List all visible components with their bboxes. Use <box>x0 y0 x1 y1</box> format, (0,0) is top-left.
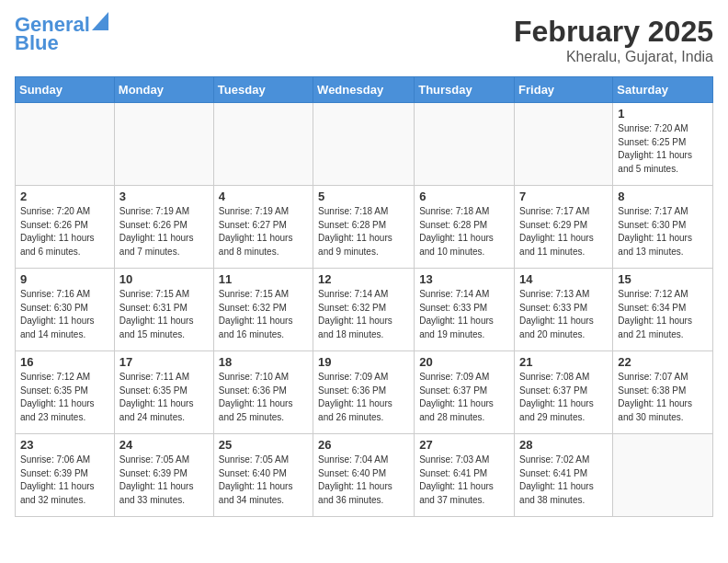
day-number: 23 <box>20 438 109 452</box>
day-info: Sunrise: 7:07 AM Sunset: 6:38 PM Dayligh… <box>618 371 708 424</box>
day-number: 10 <box>119 272 209 286</box>
day-number: 6 <box>419 190 509 203</box>
calendar-cell: 13Sunrise: 7:14 AM Sunset: 6:33 PM Dayli… <box>415 269 515 351</box>
day-number: 12 <box>318 272 409 286</box>
day-info: Sunrise: 7:09 AM Sunset: 6:36 PM Dayligh… <box>318 371 409 424</box>
day-info: Sunrise: 7:20 AM Sunset: 6:25 PM Dayligh… <box>618 122 708 176</box>
day-number: 13 <box>419 272 509 286</box>
calendar-cell: 16Sunrise: 7:12 AM Sunset: 6:35 PM Dayli… <box>16 351 115 434</box>
calendar-cell: 2Sunrise: 7:20 AM Sunset: 6:26 PM Daylig… <box>16 186 115 269</box>
calendar-cell <box>114 103 213 186</box>
day-info: Sunrise: 7:02 AM Sunset: 6:41 PM Dayligh… <box>519 454 608 507</box>
day-number: 7 <box>519 190 608 203</box>
calendar-week-row: 9Sunrise: 7:16 AM Sunset: 6:30 PM Daylig… <box>16 269 713 351</box>
calendar-cell: 26Sunrise: 7:04 AM Sunset: 6:40 PM Dayli… <box>313 434 415 517</box>
calendar-cell: 21Sunrise: 7:08 AM Sunset: 6:37 PM Dayli… <box>515 351 613 434</box>
calendar-cell: 18Sunrise: 7:10 AM Sunset: 6:36 PM Dayli… <box>213 351 313 434</box>
day-number: 27 <box>419 438 509 452</box>
calendar-cell: 12Sunrise: 7:14 AM Sunset: 6:32 PM Dayli… <box>313 269 415 351</box>
calendar-cell: 14Sunrise: 7:13 AM Sunset: 6:33 PM Dayli… <box>515 269 613 351</box>
day-info: Sunrise: 7:05 AM Sunset: 6:39 PM Dayligh… <box>119 454 209 507</box>
calendar-cell: 24Sunrise: 7:05 AM Sunset: 6:39 PM Dayli… <box>114 434 213 517</box>
calendar-week-row: 23Sunrise: 7:06 AM Sunset: 6:39 PM Dayli… <box>16 434 713 517</box>
calendar-week-row: 1Sunrise: 7:20 AM Sunset: 6:25 PM Daylig… <box>16 103 713 186</box>
day-number: 2 <box>20 190 109 203</box>
day-header-saturday: Saturday <box>613 77 713 103</box>
day-info: Sunrise: 7:12 AM Sunset: 6:34 PM Dayligh… <box>618 288 708 341</box>
day-info: Sunrise: 7:18 AM Sunset: 6:28 PM Dayligh… <box>318 205 409 259</box>
day-number: 25 <box>219 438 308 452</box>
day-header-monday: Monday <box>114 77 213 103</box>
calendar-cell: 9Sunrise: 7:16 AM Sunset: 6:30 PM Daylig… <box>16 269 115 351</box>
calendar-cell <box>313 103 415 186</box>
calendar-cell: 10Sunrise: 7:15 AM Sunset: 6:31 PM Dayli… <box>114 269 213 351</box>
calendar-cell: 28Sunrise: 7:02 AM Sunset: 6:41 PM Dayli… <box>515 434 613 517</box>
calendar-week-row: 2Sunrise: 7:20 AM Sunset: 6:26 PM Daylig… <box>16 186 713 269</box>
day-info: Sunrise: 7:19 AM Sunset: 6:27 PM Dayligh… <box>219 205 308 259</box>
day-info: Sunrise: 7:20 AM Sunset: 6:26 PM Dayligh… <box>20 205 109 259</box>
day-number: 1 <box>618 107 708 121</box>
day-header-tuesday: Tuesday <box>213 77 313 103</box>
logo: General Blue <box>15 15 108 55</box>
month-year-title: February 2025 <box>514 15 713 49</box>
calendar-cell: 6Sunrise: 7:18 AM Sunset: 6:28 PM Daylig… <box>415 186 515 269</box>
calendar-cell: 1Sunrise: 7:20 AM Sunset: 6:25 PM Daylig… <box>613 103 713 186</box>
calendar-cell: 7Sunrise: 7:17 AM Sunset: 6:29 PM Daylig… <box>515 186 613 269</box>
page-header: General Blue February 2025 Kheralu, Guja… <box>15 15 713 65</box>
day-number: 17 <box>119 355 209 369</box>
day-number: 18 <box>219 355 308 369</box>
calendar-cell: 17Sunrise: 7:11 AM Sunset: 6:35 PM Dayli… <box>114 351 213 434</box>
logo-arrow-icon <box>92 12 108 30</box>
day-info: Sunrise: 7:05 AM Sunset: 6:40 PM Dayligh… <box>219 454 308 507</box>
calendar-cell: 5Sunrise: 7:18 AM Sunset: 6:28 PM Daylig… <box>313 186 415 269</box>
calendar-cell: 8Sunrise: 7:17 AM Sunset: 6:30 PM Daylig… <box>613 186 713 269</box>
day-number: 24 <box>119 438 209 452</box>
day-number: 26 <box>318 438 409 452</box>
day-info: Sunrise: 7:04 AM Sunset: 6:40 PM Dayligh… <box>318 454 409 507</box>
calendar-week-row: 16Sunrise: 7:12 AM Sunset: 6:35 PM Dayli… <box>16 351 713 434</box>
calendar-cell: 15Sunrise: 7:12 AM Sunset: 6:34 PM Dayli… <box>613 269 713 351</box>
calendar-cell: 25Sunrise: 7:05 AM Sunset: 6:40 PM Dayli… <box>213 434 313 517</box>
day-number: 16 <box>20 355 109 369</box>
day-header-wednesday: Wednesday <box>313 77 415 103</box>
day-header-thursday: Thursday <box>415 77 515 103</box>
calendar-cell: 27Sunrise: 7:03 AM Sunset: 6:41 PM Dayli… <box>415 434 515 517</box>
day-info: Sunrise: 7:14 AM Sunset: 6:33 PM Dayligh… <box>419 288 509 341</box>
day-info: Sunrise: 7:17 AM Sunset: 6:30 PM Dayligh… <box>618 205 708 259</box>
day-header-sunday: Sunday <box>16 77 115 103</box>
day-number: 14 <box>519 272 608 286</box>
day-number: 22 <box>618 355 708 369</box>
day-info: Sunrise: 7:11 AM Sunset: 6:35 PM Dayligh… <box>119 371 209 424</box>
calendar-cell <box>613 434 713 517</box>
day-number: 20 <box>419 355 509 369</box>
calendar-cell: 23Sunrise: 7:06 AM Sunset: 6:39 PM Dayli… <box>16 434 115 517</box>
day-info: Sunrise: 7:10 AM Sunset: 6:36 PM Dayligh… <box>219 371 308 424</box>
calendar-cell: 22Sunrise: 7:07 AM Sunset: 6:38 PM Dayli… <box>613 351 713 434</box>
calendar-cell: 4Sunrise: 7:19 AM Sunset: 6:27 PM Daylig… <box>213 186 313 269</box>
calendar-header-row: SundayMondayTuesdayWednesdayThursdayFrid… <box>16 77 713 103</box>
calendar-cell: 19Sunrise: 7:09 AM Sunset: 6:36 PM Dayli… <box>313 351 415 434</box>
title-block: February 2025 Kheralu, Gujarat, India <box>514 15 713 65</box>
day-info: Sunrise: 7:08 AM Sunset: 6:37 PM Dayligh… <box>519 371 608 424</box>
svg-marker-0 <box>92 12 108 30</box>
calendar-cell: 20Sunrise: 7:09 AM Sunset: 6:37 PM Dayli… <box>415 351 515 434</box>
day-number: 15 <box>618 272 708 286</box>
calendar-cell <box>515 103 613 186</box>
day-info: Sunrise: 7:17 AM Sunset: 6:29 PM Dayligh… <box>519 205 608 259</box>
day-info: Sunrise: 7:16 AM Sunset: 6:30 PM Dayligh… <box>20 288 109 341</box>
day-info: Sunrise: 7:15 AM Sunset: 6:31 PM Dayligh… <box>119 288 209 341</box>
day-number: 8 <box>618 190 708 203</box>
calendar-cell <box>213 103 313 186</box>
day-number: 9 <box>20 272 109 286</box>
day-info: Sunrise: 7:13 AM Sunset: 6:33 PM Dayligh… <box>519 288 608 341</box>
day-number: 3 <box>119 190 209 203</box>
day-info: Sunrise: 7:14 AM Sunset: 6:32 PM Dayligh… <box>318 288 409 341</box>
day-info: Sunrise: 7:19 AM Sunset: 6:26 PM Dayligh… <box>119 205 209 259</box>
day-info: Sunrise: 7:09 AM Sunset: 6:37 PM Dayligh… <box>419 371 509 424</box>
calendar-cell: 3Sunrise: 7:19 AM Sunset: 6:26 PM Daylig… <box>114 186 213 269</box>
calendar-cell: 11Sunrise: 7:15 AM Sunset: 6:32 PM Dayli… <box>213 269 313 351</box>
calendar-table: SundayMondayTuesdayWednesdayThursdayFrid… <box>15 76 713 517</box>
day-number: 28 <box>519 438 608 452</box>
day-header-friday: Friday <box>515 77 613 103</box>
day-info: Sunrise: 7:18 AM Sunset: 6:28 PM Dayligh… <box>419 205 509 259</box>
